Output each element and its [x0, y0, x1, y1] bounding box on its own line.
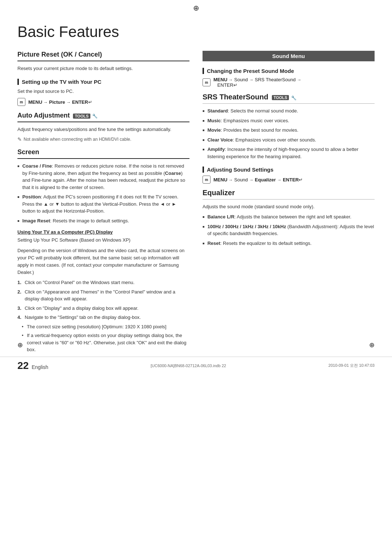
srs-bullet-amplify: Amplify: Increase the intensity of high-…: [203, 146, 375, 160]
srs-tools-icon: 🔧: [291, 95, 297, 100]
step-4: 4. Navigate to the "Settings" tab on the…: [17, 314, 189, 321]
screen-bullet-position: Position: Adjust the PC's screen positio…: [17, 193, 189, 215]
page-number: 22: [17, 360, 29, 371]
eq-bullet-freq: 100Hz / 300Hz / 1kHz / 3kHz / 10kHz (Ban…: [203, 223, 375, 237]
screen-bullet-image-reset: Image Reset: Resets the image to default…: [17, 217, 189, 225]
setting-up-tv-title: Setting up the TV with Your PC: [17, 79, 189, 85]
page-number-block: 22 English: [17, 360, 48, 371]
equalizer-title: Equalizer: [203, 189, 375, 200]
screen-section: Screen Coarse / Fine: Removes or reduces…: [17, 148, 189, 353]
srs-theater-bullets: Standard: Selects the normal sound mode.…: [203, 107, 375, 160]
adjusting-sound-title: Adjusting Sound Settings: [203, 167, 375, 173]
dot-frequency: If a vertical-frequency option exists on…: [22, 332, 189, 353]
auto-adjustment-body: Adjust frequency values/positions and fi…: [17, 126, 189, 133]
pc-display-section: Using Your TV as a Computer (PC) Display…: [17, 229, 189, 353]
step-3: 3. Click on "Display" and a display dial…: [17, 305, 189, 312]
screen-bullet-list: Coarse / Fine: Removes or reduces pictur…: [17, 163, 189, 224]
adjusting-sound-section: Adjusting Sound Settings m MENU → Sound …: [203, 167, 375, 184]
equalizer-body: Adjusts the sound mode (standard sound m…: [203, 203, 375, 210]
auto-adjustment-note: ✎ Not available when connecting with an …: [17, 136, 189, 143]
auto-adjustment-title: Auto Adjustment TOOLS 🔧: [17, 112, 189, 122]
step-2: 2. Click on "Appearance and Themes" in t…: [17, 288, 189, 303]
eq-bullet-reset: Reset: Resets the equalizer to its defau…: [203, 240, 375, 247]
changing-preset-title: Changing the Preset Sound Mode: [203, 68, 375, 74]
pc-display-body2: Depending on the version of Windows and …: [17, 247, 189, 276]
dot-resolution: The correct size setting (resolution) [O…: [22, 323, 189, 330]
eq-bullet-balance: Balance L/R: Adjusts the balance between…: [203, 213, 375, 221]
page-footer: 22 English [UC6000-NA]BN68-02712A-06L03.…: [0, 357, 392, 371]
pc-display-dots: The correct size setting (resolution) [O…: [22, 323, 189, 353]
left-column: Picture Reset (OK / Cancel) Resets your …: [17, 51, 189, 356]
setting-up-tv-section: Setting up the TV with Your PC Set the i…: [17, 79, 189, 106]
srs-tools-badge: TOOLS: [272, 95, 289, 100]
menu-icon-preset: m: [203, 78, 211, 86]
note-icon: ✎: [17, 136, 22, 143]
compass-top-icon: ⊕: [193, 4, 199, 12]
auto-adjustment-section: Auto Adjustment TOOLS 🔧 Adjust frequency…: [17, 112, 189, 143]
srs-theater-section: SRS TheaterSound TOOLS 🔧 Standard: Selec…: [203, 93, 375, 160]
pc-display-subtitle: Using Your TV as a Computer (PC) Display: [17, 229, 189, 235]
setting-up-tv-body: Set the input source to PC.: [17, 88, 189, 95]
tools-icon-symbol: 🔧: [92, 114, 98, 119]
auto-adjustment-tools-badge: TOOLS: [73, 114, 90, 119]
compass-bottom-left-icon: ⊕: [17, 341, 23, 349]
changing-preset-menu-path: m MENU → Sound → SRS TheaterSound → ENTE…: [203, 77, 375, 88]
picture-reset-body: Resets your current picture mode to its …: [17, 65, 189, 72]
srs-bullet-music: Music: Emphasizes music over voices.: [203, 117, 375, 124]
srs-theater-title: SRS TheaterSound TOOLS 🔧: [203, 93, 375, 104]
page-language: English: [32, 364, 48, 370]
menu-icon-tv: m: [17, 98, 25, 106]
sound-menu-bar: Sound Menu: [203, 51, 375, 61]
adjusting-sound-menu-path: m MENU → Sound → Equalizer → ENTER↵: [203, 176, 375, 184]
setting-up-tv-menu-path: m MENU → Picture → ENTER↵: [17, 98, 189, 106]
menu-path-tv: MENU → Picture → ENTER↵: [28, 99, 92, 105]
changing-preset-section: Changing the Preset Sound Mode m MENU → …: [203, 68, 375, 88]
compass-bottom-right-icon: ⊕: [369, 341, 375, 349]
pc-display-body1: Setting Up Your PC Software (Based on Wi…: [17, 237, 189, 244]
pc-display-steps: 1. Click on "Control Panel" on the Windo…: [17, 279, 189, 321]
picture-reset-title: Picture Reset (OK / Cancel): [17, 51, 189, 61]
srs-bullet-clear-voice: Clear Voice: Emphasizes voices over othe…: [203, 136, 375, 144]
picture-reset-section: Picture Reset (OK / Cancel) Resets your …: [17, 51, 189, 72]
srs-bullet-standard: Standard: Selects the normal sound mode.: [203, 107, 375, 115]
equalizer-bullets: Balance L/R: Adjusts the balance between…: [203, 213, 375, 247]
srs-bullet-movie: Movie: Provides the best sound for movie…: [203, 127, 375, 134]
step-1: 1. Click on "Control Panel" on the Windo…: [17, 279, 189, 286]
screen-title: Screen: [17, 148, 189, 159]
equalizer-section: Equalizer Adjusts the sound mode (standa…: [203, 189, 375, 247]
right-column: Sound Menu Changing the Preset Sound Mod…: [203, 51, 375, 356]
main-title: Basic Features: [17, 23, 375, 41]
menu-icon-sound: m: [203, 176, 211, 184]
footer-doc-info: [UC6000-NA]BN68-02712A-06L03.indb 22: [151, 364, 226, 368]
footer-date-info: 2010-09-01 오전 10:47:03: [328, 363, 375, 368]
screen-bullet-coarse: Coarse / Fine: Removes or reduces pictur…: [17, 163, 189, 191]
